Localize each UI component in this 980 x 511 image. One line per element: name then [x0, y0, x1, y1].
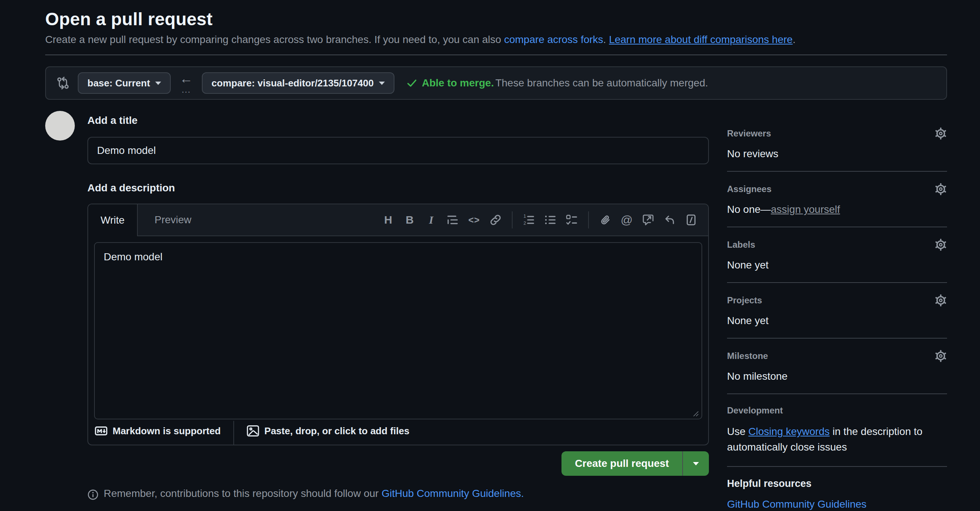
milestone-section: Milestone No milestone — [727, 350, 947, 394]
labels-section: Labels None yet — [727, 238, 947, 283]
note-text: Remember, contributions to this reposito… — [104, 488, 382, 499]
cross-reference-icon[interactable] — [638, 210, 658, 230]
branch-compare-bar: base: Current ← … compare: visual-editor… — [45, 66, 947, 100]
merge-status: Able to merge.These branches can be auto… — [406, 77, 708, 89]
assignees-section: Assignees No one—assign yourself — [727, 183, 947, 227]
resize-grip-icon[interactable] — [692, 410, 699, 417]
bold-icon[interactable]: B — [400, 210, 419, 230]
link-icon[interactable] — [486, 210, 505, 230]
labels-value: None yet — [727, 259, 947, 271]
reply-icon[interactable] — [660, 210, 679, 230]
paste-drop-label: Paste, drop, or click to add files — [264, 425, 410, 437]
gear-icon[interactable] — [934, 183, 947, 195]
assignees-value: No one— — [727, 204, 771, 215]
markdown-editor: Write Preview H B I — [88, 204, 709, 446]
gear-icon[interactable] — [934, 294, 947, 307]
community-guidelines-link[interactable]: GitHub Community Guidelines — [382, 488, 521, 499]
gear-icon[interactable] — [934, 350, 947, 362]
info-icon — [88, 489, 99, 500]
compare-branch-selector[interactable]: compare: visual-editor/2135/107400 — [202, 72, 395, 94]
page-title: Open a pull request — [45, 9, 947, 29]
compare-across-forks-link[interactable]: compare across forks — [504, 34, 603, 45]
footer-separator — [233, 421, 234, 445]
svg-text:2: 2 — [523, 220, 526, 226]
create-pull-request-button[interactable]: Create pull request — [562, 451, 682, 476]
description-textarea[interactable]: Demo model — [94, 242, 702, 419]
markdown-supported[interactable]: Markdown is supported — [95, 425, 221, 437]
ellipsis-icon: … — [181, 85, 191, 94]
pr-form: Add a title Add a description Write Prev… — [88, 110, 709, 500]
helpful-guidelines-link[interactable]: GitHub Community Guidelines — [727, 498, 947, 510]
projects-value: None yet — [727, 315, 947, 327]
editor-header: Write Preview H B I — [88, 204, 708, 236]
subtitle-separator: . — [603, 34, 609, 45]
page-subtitle: Create a new pull request by comparing c… — [45, 34, 947, 46]
bulleted-list-icon[interactable] — [541, 210, 560, 230]
milestone-value: No milestone — [727, 370, 947, 382]
reviewers-value: No reviews — [727, 148, 947, 160]
chevron-down-icon — [155, 81, 161, 85]
development-section: Development Use Closing keywords in the … — [727, 405, 947, 467]
toolbar-separator — [588, 211, 589, 228]
title-input[interactable] — [88, 137, 709, 164]
gear-icon[interactable] — [934, 127, 947, 140]
image-icon — [247, 425, 259, 437]
open-pull-request-page: Open a pull request Create a new pull re… — [45, 0, 947, 511]
development-text: Use — [727, 426, 749, 437]
compare-direction: ← … — [180, 72, 193, 94]
development-label: Development — [727, 405, 783, 416]
contribution-note: Remember, contributions to this reposito… — [88, 488, 709, 500]
subtitle-period: . — [792, 34, 795, 45]
note-period: . — [521, 488, 524, 499]
create-pr-split-button: Create pull request — [562, 451, 709, 476]
chevron-down-icon — [379, 81, 385, 85]
closing-keywords-link[interactable]: Closing keywords — [749, 426, 830, 437]
tab-write[interactable]: Write — [88, 204, 138, 236]
git-compare-icon — [56, 77, 70, 90]
assign-yourself-link[interactable]: assign yourself — [771, 204, 840, 215]
projects-section: Projects None yet — [727, 294, 947, 339]
markdown-icon — [95, 425, 107, 437]
editor-body: Demo model — [88, 236, 708, 419]
description-label: Add a description — [88, 182, 709, 194]
tab-preview[interactable]: Preview — [138, 204, 208, 235]
create-pr-dropdown-button[interactable] — [683, 451, 709, 476]
file-attach-area[interactable]: Paste, drop, or click to add files — [247, 425, 410, 437]
task-list-icon[interactable] — [562, 210, 581, 230]
toolbar-separator — [512, 211, 512, 228]
user-avatar — [45, 111, 75, 141]
reviewers-section: Reviewers No reviews — [727, 127, 947, 172]
projects-label: Projects — [727, 295, 762, 305]
merge-status-ok: Able to merge. — [422, 77, 494, 89]
diff-comparisons-link[interactable]: Learn more about diff comparisons here — [609, 34, 792, 45]
pr-sidebar: Reviewers No reviews Assignees No one—as… — [727, 127, 947, 511]
numbered-list-icon[interactable]: 1 2 — [519, 210, 539, 230]
compare-branch-label: compare: visual-editor/2135/107400 — [212, 78, 374, 89]
milestone-label: Milestone — [727, 351, 768, 361]
assignees-label: Assignees — [727, 184, 772, 194]
mention-icon[interactable]: @ — [617, 210, 636, 230]
title-label: Add a title — [88, 115, 709, 126]
reviewers-label: Reviewers — [727, 128, 771, 139]
markdown-supported-label: Markdown is supported — [113, 425, 221, 437]
base-branch-selector[interactable]: base: Current — [78, 72, 171, 94]
helpful-resources-section: Helpful resources GitHub Community Guide… — [727, 478, 947, 511]
editor-footer: Markdown is supported Paste, drop, or cl… — [88, 419, 708, 445]
svg-text:1: 1 — [523, 214, 526, 219]
header-divider — [45, 54, 947, 55]
gear-icon[interactable] — [934, 238, 947, 251]
italic-icon[interactable]: I — [422, 210, 441, 230]
form-actions: Create pull request — [88, 451, 709, 476]
chevron-down-icon — [693, 462, 699, 465]
editor-toolbar: H B I <> — [208, 204, 708, 235]
attach-file-icon[interactable] — [595, 210, 615, 230]
left-arrow-icon: ← — [180, 72, 193, 85]
slash-commands-icon[interactable] — [681, 210, 701, 230]
check-icon — [406, 78, 417, 89]
base-branch-label: base: Current — [88, 78, 150, 89]
code-icon[interactable]: <> — [465, 210, 484, 230]
quote-icon[interactable] — [443, 210, 462, 230]
helpful-resources-label: Helpful resources — [727, 478, 811, 490]
merge-status-detail: These branches can be automatically merg… — [495, 77, 708, 89]
heading-icon[interactable]: H — [379, 210, 398, 230]
